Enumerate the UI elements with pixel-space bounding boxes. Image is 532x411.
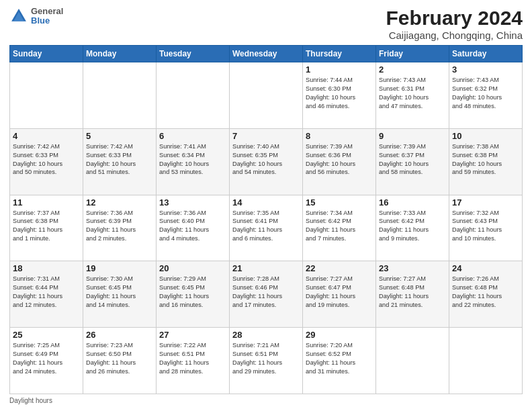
calendar-cell: 2Sunrise: 7:43 AM Sunset: 6:31 PM Daylig…: [376, 62, 449, 129]
day-info: Sunrise: 7:32 AM Sunset: 6:43 PM Dayligh…: [452, 209, 519, 244]
title-block: February 2024 Caijiagang, Chongqing, Chi…: [386, 7, 523, 41]
day-info: Sunrise: 7:43 AM Sunset: 6:31 PM Dayligh…: [379, 76, 446, 111]
calendar-col-saturday: Saturday: [449, 46, 523, 62]
day-info: Sunrise: 7:44 AM Sunset: 6:30 PM Dayligh…: [306, 76, 373, 111]
day-number: 7: [232, 131, 300, 141]
day-info: Sunrise: 7:38 AM Sunset: 6:38 PM Dayligh…: [452, 142, 519, 177]
footer: Daylight hours: [9, 397, 523, 404]
calendar-cell: 15Sunrise: 7:34 AM Sunset: 6:42 PM Dayli…: [303, 195, 376, 261]
logo: General Blue: [9, 7, 63, 26]
calendar-cell: [376, 328, 449, 394]
day-number: 24: [452, 263, 519, 273]
day-info: Sunrise: 7:39 AM Sunset: 6:37 PM Dayligh…: [379, 142, 446, 177]
day-info: Sunrise: 7:29 AM Sunset: 6:45 PM Dayligh…: [159, 275, 226, 310]
day-number: 26: [86, 330, 153, 340]
day-info: Sunrise: 7:42 AM Sunset: 6:33 PM Dayligh…: [86, 142, 153, 177]
day-number: 21: [232, 263, 300, 273]
day-info: Sunrise: 7:27 AM Sunset: 6:48 PM Dayligh…: [379, 275, 446, 310]
day-number: 12: [86, 197, 153, 208]
day-number: 10: [452, 131, 519, 141]
day-info: Sunrise: 7:27 AM Sunset: 6:47 PM Dayligh…: [306, 275, 373, 310]
day-number: 8: [306, 131, 373, 141]
day-number: 20: [159, 263, 226, 273]
calendar-cell: 18Sunrise: 7:31 AM Sunset: 6:44 PM Dayli…: [10, 261, 83, 328]
calendar-cell: 9Sunrise: 7:39 AM Sunset: 6:37 PM Daylig…: [376, 128, 449, 195]
calendar-cell: 29Sunrise: 7:20 AM Sunset: 6:52 PM Dayli…: [303, 328, 376, 394]
logo-icon: [9, 7, 28, 26]
day-info: Sunrise: 7:22 AM Sunset: 6:51 PM Dayligh…: [159, 341, 226, 376]
day-info: Sunrise: 7:28 AM Sunset: 6:46 PM Dayligh…: [232, 275, 300, 310]
calendar-cell: 26Sunrise: 7:23 AM Sunset: 6:50 PM Dayli…: [83, 328, 157, 394]
day-info: Sunrise: 7:31 AM Sunset: 6:44 PM Dayligh…: [13, 275, 80, 310]
calendar-cell: 7Sunrise: 7:40 AM Sunset: 6:35 PM Daylig…: [230, 128, 303, 195]
day-info: Sunrise: 7:33 AM Sunset: 6:42 PM Dayligh…: [379, 209, 446, 244]
daylight-hours-label: Daylight hours: [9, 397, 52, 404]
day-info: Sunrise: 7:25 AM Sunset: 6:49 PM Dayligh…: [13, 341, 80, 376]
calendar-header-row: SundayMondayTuesdayWednesdayThursdayFrid…: [10, 46, 523, 62]
day-info: Sunrise: 7:34 AM Sunset: 6:42 PM Dayligh…: [306, 209, 373, 244]
logo-blue: Blue: [31, 16, 63, 26]
day-info: Sunrise: 7:36 AM Sunset: 6:39 PM Dayligh…: [86, 209, 153, 244]
day-number: 22: [306, 263, 373, 273]
calendar-cell: [449, 328, 523, 394]
calendar-week-4: 18Sunrise: 7:31 AM Sunset: 6:44 PM Dayli…: [10, 261, 523, 328]
calendar-col-friday: Friday: [376, 46, 449, 62]
day-number: 6: [159, 131, 226, 141]
calendar-cell: 24Sunrise: 7:26 AM Sunset: 6:48 PM Dayli…: [449, 261, 523, 328]
calendar-cell: [10, 62, 83, 129]
calendar-cell: 3Sunrise: 7:43 AM Sunset: 6:32 PM Daylig…: [449, 62, 523, 129]
calendar-cell: 11Sunrise: 7:37 AM Sunset: 6:38 PM Dayli…: [10, 195, 83, 261]
calendar-cell: 8Sunrise: 7:39 AM Sunset: 6:36 PM Daylig…: [303, 128, 376, 195]
day-info: Sunrise: 7:26 AM Sunset: 6:48 PM Dayligh…: [452, 275, 519, 310]
day-number: 3: [452, 64, 519, 75]
day-number: 29: [306, 330, 373, 340]
day-number: 16: [379, 197, 446, 208]
calendar-cell: 4Sunrise: 7:42 AM Sunset: 6:33 PM Daylig…: [10, 128, 83, 195]
calendar-cell: 16Sunrise: 7:33 AM Sunset: 6:42 PM Dayli…: [376, 195, 449, 261]
day-number: 5: [86, 131, 153, 141]
sub-title: Caijiagang, Chongqing, China: [386, 30, 523, 41]
page: General Blue February 2024 Caijiagang, C…: [0, 0, 532, 411]
calendar-cell: [230, 62, 303, 129]
calendar-cell: 12Sunrise: 7:36 AM Sunset: 6:39 PM Dayli…: [83, 195, 157, 261]
day-info: Sunrise: 7:39 AM Sunset: 6:36 PM Dayligh…: [306, 142, 373, 177]
calendar-cell: [157, 62, 230, 129]
calendar-col-tuesday: Tuesday: [157, 46, 230, 62]
header: General Blue February 2024 Caijiagang, C…: [9, 7, 523, 41]
day-number: 23: [379, 263, 446, 273]
day-number: 1: [306, 64, 373, 75]
day-info: Sunrise: 7:37 AM Sunset: 6:38 PM Dayligh…: [13, 209, 80, 244]
day-number: 13: [159, 197, 226, 208]
calendar-cell: 23Sunrise: 7:27 AM Sunset: 6:48 PM Dayli…: [376, 261, 449, 328]
day-number: 25: [13, 330, 80, 340]
calendar-cell: 17Sunrise: 7:32 AM Sunset: 6:43 PM Dayli…: [449, 195, 523, 261]
calendar-week-3: 11Sunrise: 7:37 AM Sunset: 6:38 PM Dayli…: [10, 195, 523, 261]
calendar-cell: 25Sunrise: 7:25 AM Sunset: 6:49 PM Dayli…: [10, 328, 83, 394]
calendar-col-thursday: Thursday: [303, 46, 376, 62]
calendar-cell: 21Sunrise: 7:28 AM Sunset: 6:46 PM Dayli…: [230, 261, 303, 328]
calendar-cell: 10Sunrise: 7:38 AM Sunset: 6:38 PM Dayli…: [449, 128, 523, 195]
day-number: 18: [13, 263, 80, 273]
calendar-col-monday: Monday: [83, 46, 157, 62]
day-number: 27: [159, 330, 226, 340]
day-info: Sunrise: 7:30 AM Sunset: 6:45 PM Dayligh…: [86, 275, 153, 310]
day-info: Sunrise: 7:21 AM Sunset: 6:51 PM Dayligh…: [232, 341, 300, 376]
day-info: Sunrise: 7:40 AM Sunset: 6:35 PM Dayligh…: [232, 142, 300, 177]
day-info: Sunrise: 7:41 AM Sunset: 6:34 PM Dayligh…: [159, 142, 226, 177]
main-title: February 2024: [386, 7, 523, 30]
day-number: 17: [452, 197, 519, 208]
day-number: 19: [86, 263, 153, 273]
calendar-cell: 20Sunrise: 7:29 AM Sunset: 6:45 PM Dayli…: [157, 261, 230, 328]
day-info: Sunrise: 7:35 AM Sunset: 6:41 PM Dayligh…: [232, 209, 300, 244]
calendar-cell: 13Sunrise: 7:36 AM Sunset: 6:40 PM Dayli…: [157, 195, 230, 261]
calendar-week-2: 4Sunrise: 7:42 AM Sunset: 6:33 PM Daylig…: [10, 128, 523, 195]
calendar-table: SundayMondayTuesdayWednesdayThursdayFrid…: [9, 45, 523, 394]
calendar-cell: 1Sunrise: 7:44 AM Sunset: 6:30 PM Daylig…: [303, 62, 376, 129]
calendar-cell: [83, 62, 157, 129]
calendar-cell: 27Sunrise: 7:22 AM Sunset: 6:51 PM Dayli…: [157, 328, 230, 394]
day-number: 2: [379, 64, 446, 75]
day-number: 28: [232, 330, 300, 340]
calendar-cell: 28Sunrise: 7:21 AM Sunset: 6:51 PM Dayli…: [230, 328, 303, 394]
day-number: 15: [306, 197, 373, 208]
day-number: 11: [13, 197, 80, 208]
